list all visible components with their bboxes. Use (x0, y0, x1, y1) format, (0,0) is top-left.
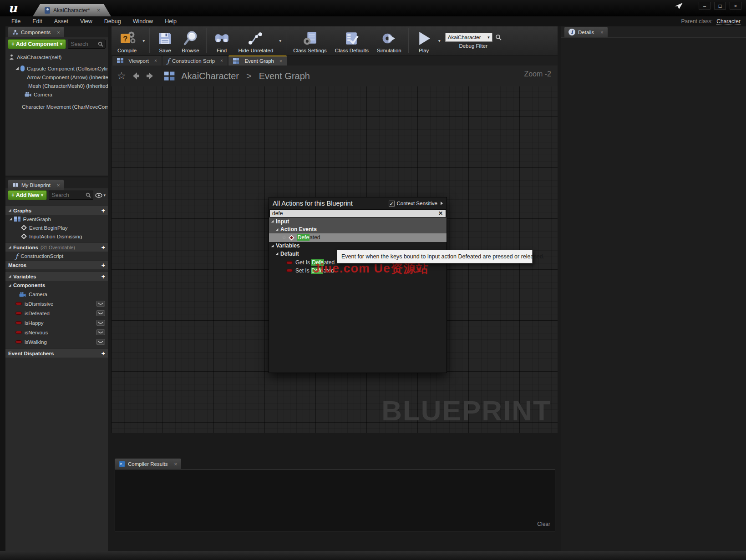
tree-row-charmovement[interactable]: Character Movement (CharMoveCom (5, 102, 108, 111)
chevron-right-icon[interactable] (441, 202, 443, 205)
tree-row-arrow[interactable]: Arrow Component (Arrow) (Inherite (5, 73, 108, 81)
variable-row-camera[interactable]: Camera (5, 290, 108, 299)
variable-visibility-button[interactable] (96, 310, 105, 316)
add-variable-button[interactable]: + (101, 273, 105, 280)
category-action-events[interactable]: Action Events (269, 226, 447, 234)
graphs-section-header[interactable]: Graphs + (5, 206, 108, 215)
parent-class-link[interactable]: Character (716, 18, 741, 25)
tab-construction-script[interactable]: ƒ Construction Scrip × (162, 56, 228, 66)
action-item-defeated[interactable]: ☆ Defeated (269, 233, 447, 242)
document-tab[interactable]: AkaiCharacter* × (33, 4, 111, 16)
expand-arrow-icon[interactable] (9, 246, 11, 249)
expand-arrow-icon[interactable] (9, 284, 11, 287)
event-dispatchers-section-header[interactable]: Event Dispatchers + (5, 348, 108, 358)
add-component-button[interactable]: + Add Component ▾ (8, 39, 66, 49)
tab-close-icon[interactable]: × (154, 58, 157, 63)
action-search-input[interactable] (270, 210, 436, 217)
hide-unrelated-button[interactable]: Hide Unrelated (234, 26, 278, 55)
debug-search-icon[interactable] (495, 34, 502, 40)
variable-visibility-button[interactable] (96, 339, 105, 345)
variable-row-isdismissive[interactable]: isDismissive (5, 299, 108, 308)
expand-arrow-icon[interactable] (276, 228, 279, 231)
components-category-header[interactable]: Components (5, 281, 108, 290)
hide-unrelated-chevron-icon[interactable]: ▾ (277, 38, 283, 43)
tree-row-capsule[interactable]: Capsule Component (CollisionCylind (5, 64, 108, 73)
tab-close-icon[interactable]: × (220, 58, 223, 63)
clear-button[interactable]: Clear (537, 521, 550, 527)
breadcrumb-current[interactable]: Event Graph (259, 71, 310, 81)
simulation-button[interactable]: Simulation (373, 26, 406, 55)
compiler-results-tab[interactable]: >_ Compiler Results × (115, 459, 181, 469)
expand-arrow-icon[interactable] (276, 252, 279, 255)
class-settings-button[interactable]: Class Settings (289, 26, 331, 55)
play-button[interactable]: Play (411, 26, 436, 55)
tab-event-graph[interactable]: Event Graph × (228, 55, 287, 66)
variable-visibility-button[interactable] (96, 320, 105, 326)
send-icon[interactable] (674, 2, 683, 10)
details-close-icon[interactable]: × (600, 30, 603, 35)
compile-button[interactable]: ? Compile (113, 26, 141, 55)
variable-row-isnervous[interactable]: isNervous (5, 328, 108, 337)
inputaction-dismissing-row[interactable]: InputAction Dismissing (5, 232, 108, 241)
menu-window[interactable]: Window (127, 16, 159, 26)
document-tab-close-icon[interactable]: × (97, 7, 100, 14)
close-button[interactable]: × (730, 2, 741, 10)
components-panel-tab[interactable]: Components × (8, 27, 64, 37)
menu-debug[interactable]: Debug (98, 16, 127, 26)
components-panel-close-icon[interactable]: × (57, 30, 60, 35)
expand-arrow-icon[interactable] (9, 209, 11, 212)
expand-arrow-icon[interactable] (271, 220, 274, 223)
add-macro-button[interactable]: + (101, 262, 105, 268)
compiler-results-close-icon[interactable]: × (174, 461, 177, 467)
save-button[interactable]: Save (152, 26, 178, 55)
components-search-input[interactable] (70, 40, 98, 48)
tree-row-self[interactable]: AkaiCharacter(self) (5, 53, 108, 61)
my-blueprint-search-input[interactable] (51, 192, 86, 199)
nav-forward-button[interactable] (145, 71, 155, 81)
eventgraph-row[interactable]: EventGraph (5, 215, 108, 223)
category-variables[interactable]: Variables (269, 242, 447, 250)
my-blueprint-close-icon[interactable]: × (57, 182, 60, 188)
expand-arrow-icon[interactable] (10, 218, 12, 221)
browse-button[interactable]: Browse (178, 26, 203, 55)
expand-arrow-icon[interactable] (15, 67, 19, 70)
construction-script-row[interactable]: ƒ ConstructionScript (5, 252, 108, 260)
menu-asset[interactable]: Asset (48, 16, 74, 26)
variables-section-header[interactable]: Variables + (5, 272, 108, 281)
favorite-star-icon[interactable]: ☆ (117, 70, 126, 82)
find-button[interactable]: Find (209, 26, 234, 55)
macros-section-header[interactable]: Macros + (5, 260, 108, 269)
nav-back-button[interactable] (131, 71, 141, 81)
menu-edit[interactable]: Edit (26, 16, 48, 26)
class-defaults-button[interactable]: Class Defaults (331, 26, 373, 55)
expand-arrow-icon[interactable] (9, 275, 11, 278)
checkbox-checked-icon[interactable]: ✓ (389, 201, 395, 207)
play-options-chevron-icon[interactable]: ▾ (436, 38, 442, 43)
menu-file[interactable]: File (5, 16, 26, 26)
add-function-button[interactable]: + (101, 244, 105, 251)
category-input[interactable]: Input (269, 217, 447, 226)
context-sensitive-toggle[interactable]: ✓ Context Sensitive (389, 201, 443, 207)
components-search[interactable] (68, 40, 106, 49)
add-event-dispatcher-button[interactable]: + (101, 350, 105, 357)
compile-options-chevron-icon[interactable]: ▾ (141, 38, 147, 43)
tab-close-icon[interactable]: × (279, 59, 282, 64)
clear-search-icon[interactable]: ✕ (436, 210, 446, 217)
functions-section-header[interactable]: Functions (31 Overridable) + (5, 242, 108, 252)
tree-row-mesh[interactable]: Mesh (CharacterMesh0) (Inherited) (5, 81, 108, 90)
variable-row-iswalking[interactable]: isWalking (5, 337, 108, 347)
variable-row-isdefeated[interactable]: isDefeated (5, 308, 108, 318)
menu-help[interactable]: Help (159, 16, 183, 26)
add-new-button[interactable]: + Add New ▾ (8, 190, 47, 200)
tree-row-camera[interactable]: Camera (5, 90, 108, 99)
menu-view[interactable]: View (74, 16, 98, 26)
my-blueprint-search[interactable] (49, 191, 94, 200)
breadcrumb-root[interactable]: AkaiCharacter (181, 71, 239, 81)
variable-visibility-button[interactable] (96, 301, 105, 307)
expand-arrow-icon[interactable] (271, 244, 274, 247)
tab-viewport[interactable]: Viewport × (112, 56, 162, 66)
maximize-button[interactable]: □ (714, 2, 726, 10)
favorite-star-icon[interactable]: ☆ (282, 234, 287, 241)
add-graph-button[interactable]: + (101, 207, 105, 214)
visibility-filter-button[interactable]: ▾ (95, 193, 106, 198)
